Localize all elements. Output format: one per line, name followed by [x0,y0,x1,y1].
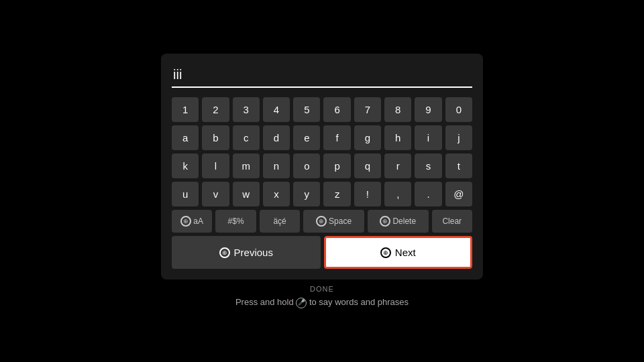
key-,[interactable]: , [384,182,411,206]
key-h[interactable]: h [384,125,411,150]
space-icon: ⊕ [316,216,327,227]
number-row: 1234567890 [172,97,472,122]
next-button[interactable]: ⊕ Next [324,236,473,269]
key-n[interactable]: n [263,154,290,178]
accents-button[interactable]: äçé [260,210,300,233]
key-e[interactable]: e [293,125,320,150]
key-0[interactable]: 0 [445,97,472,122]
key-f[interactable]: f [323,125,350,150]
done-label: DONE [310,285,334,293]
key-![interactable]: ! [354,182,381,206]
symbols-label: #$% [228,217,244,226]
key-u[interactable]: u [172,182,199,206]
hint-text: Press and hold 🎤 to say words and phrase… [235,297,409,308]
alpha-row-3: uvwxyz!,.@ [172,182,472,206]
key-i[interactable]: i [415,125,441,150]
clear-label: Clear [442,217,462,226]
clear-button[interactable]: Clear [432,210,472,233]
key-r[interactable]: r [384,154,411,178]
key-6[interactable]: 6 [323,97,350,122]
text-input[interactable] [172,64,472,88]
key-o[interactable]: o [293,154,320,178]
key-s[interactable]: s [415,154,441,178]
key-a[interactable]: a [172,125,199,150]
key-7[interactable]: 7 [354,97,381,122]
key-g[interactable]: g [354,125,381,150]
case-icon: ⊕ [180,216,191,227]
key-9[interactable]: 9 [415,97,441,122]
mic-icon: 🎤 [296,298,307,308]
delete-button[interactable]: ⊕ Delete [368,210,429,233]
key-3[interactable]: 3 [233,97,260,122]
key-w[interactable]: w [233,182,260,206]
key-8[interactable]: 8 [384,97,411,122]
key-l[interactable]: l [202,154,229,178]
key-x[interactable]: x [263,182,290,206]
accents-label: äçé [273,217,286,226]
previous-label: Previous [234,247,273,258]
previous-button[interactable]: ⊕ Previous [172,236,321,269]
key-m[interactable]: m [233,154,260,178]
key-5[interactable]: 5 [293,97,320,122]
nav-row: ⊕ Previous ⊕ Next [172,236,472,269]
key-z[interactable]: z [323,182,350,206]
delete-label: Delete [392,217,416,226]
key-v[interactable]: v [202,182,229,206]
delete-icon: ⊕ [380,216,390,227]
next-label: Next [395,247,416,258]
alpha-row-1: abcdefghij [172,125,472,150]
special-row: ⊕ aA #$% äçé ⊕ Space ⊕ Delete Clear [172,210,472,233]
key-p[interactable]: p [323,154,350,178]
key-k[interactable]: k [172,154,199,178]
case-toggle-button[interactable]: ⊕ aA [172,210,212,233]
next-icon: ⊕ [380,247,391,258]
key-q[interactable]: q [354,154,381,178]
key-c[interactable]: c [233,125,260,150]
key-d[interactable]: d [263,125,290,150]
key-b[interactable]: b [202,125,229,150]
key-4[interactable]: 4 [263,97,290,122]
keyboard-container: 1234567890 abcdefghij klmnopqrst uvwxyz!… [161,54,483,280]
space-label: Space [329,217,352,226]
key-j[interactable]: j [445,125,472,150]
key-2[interactable]: 2 [202,97,229,122]
key-1[interactable]: 1 [172,97,199,122]
key-.[interactable]: . [415,182,441,206]
key-y[interactable]: y [293,182,320,206]
symbols-button[interactable]: #$% [215,210,256,233]
key-t[interactable]: t [445,154,472,178]
alpha-row-2: klmnopqrst [172,154,472,178]
previous-icon: ⊕ [219,247,230,258]
case-label: aA [193,217,203,226]
key-@[interactable]: @ [445,182,472,206]
space-button[interactable]: ⊕ Space [303,210,364,233]
